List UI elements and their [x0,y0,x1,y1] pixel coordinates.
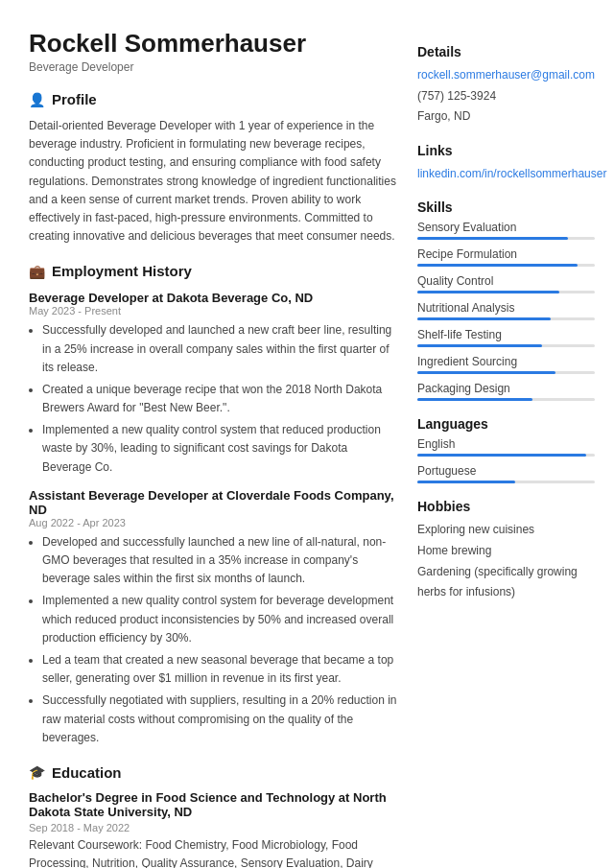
education-section: 🎓 Education Bachelor's Degree in Food Sc… [29,764,398,868]
skill-item: Shelf-life Testing [417,328,595,347]
linkedin-link[interactable]: linkedin.com/in/rockellsommerhauser [417,164,595,185]
details-title: Details [417,44,595,59]
languages-section: Languages English Portuguese [417,416,595,483]
skills-title: Skills [417,199,595,215]
skill-bar-bg [417,237,595,240]
edu-degree: Bachelor's Degree in Food Science and Te… [29,790,398,819]
job-2-title: Assistant Beverage Developer at Cloverda… [29,488,398,517]
email-link[interactable]: rockell.sommerhauser@gmail.com [417,65,595,86]
skill-item: Quality Control [417,274,595,293]
job-1-dates: May 2023 - Present [29,305,398,317]
skills-section: Skills Sensory Evaluation Recipe Formula… [417,199,595,401]
details-section: Details rockell.sommerhauser@gmail.com (… [417,44,595,128]
list-item: Successfully negotiated with suppliers, … [42,692,398,747]
list-item: Created a unique beverage recipe that wo… [42,381,398,417]
education-section-title: 🎓 Education [29,764,398,781]
phone-text: (757) 125-3924 [417,86,595,107]
job-2-dates: Aug 2022 - Apr 2023 [29,517,398,528]
lang-bar-bg [417,454,595,457]
skill-item: Nutritional Analysis [417,301,595,320]
hobby-3: Gardening (specifically growing herbs fo… [417,562,595,603]
job-2: Assistant Beverage Developer at Cloverda… [29,488,398,747]
list-item: Developed and successfully launched a ne… [42,533,398,589]
location-text: Fargo, ND [417,106,595,128]
skill-bar-bg [417,317,595,320]
skill-bar-fill [417,317,551,320]
skill-label: Nutritional Analysis [417,301,595,315]
skill-label: Packaging Design [417,382,595,395]
profile-icon: 👤 [29,92,45,107]
skill-label: Sensory Evaluation [417,221,595,234]
candidate-name: Rockell Sommerhauser [29,29,398,59]
list-item: Led a team that created a new seasonal b… [42,651,398,688]
lang-label: Portuguese [417,464,595,478]
links-title: Links [417,143,595,158]
skill-bar-bg [417,291,595,293]
list-item: Implemented a new quality control system… [42,421,398,477]
skill-bar-fill [417,398,532,401]
hobby-2: Home brewing [417,541,595,562]
skill-bar-fill [417,344,542,347]
skill-label: Ingredient Sourcing [417,355,595,368]
hobby-1: Exploring new cuisines [417,520,595,541]
skill-bar-fill [417,371,555,374]
skill-bar-bg [417,344,595,347]
skill-bar-fill [417,264,578,267]
skill-label: Recipe Formulation [417,247,595,261]
list-item: Implemented a new quality control system… [42,592,398,647]
employment-icon: 💼 [29,264,45,279]
links-section: Links linkedin.com/in/rockellsommerhause… [417,143,595,185]
skill-item: Ingredient Sourcing [417,355,595,374]
job-2-bullets: Developed and successfully launched a ne… [29,533,398,747]
skill-bar-bg [417,398,595,401]
lang-bar-fill [417,454,586,457]
edu-dates: Sep 2018 - May 2022 [29,822,398,833]
education-icon: 🎓 [29,764,45,780]
skill-item: Packaging Design [417,382,595,401]
edu-coursework: Relevant Coursework: Food Chemistry, Foo… [29,836,398,868]
skill-item: Recipe Formulation [417,247,595,267]
lang-bar-bg [417,481,595,483]
profile-text: Detail-oriented Beverage Developer with … [29,117,398,246]
job-1-bullets: Successfully developed and launched a ne… [29,321,398,477]
languages-title: Languages [417,416,595,432]
job-1: Beverage Developer at Dakota Beverage Co… [29,291,398,477]
skill-label: Shelf-life Testing [417,328,595,341]
list-item: Successfully developed and launched a ne… [42,321,398,377]
profile-section: 👤 Profile Detail-oriented Beverage Devel… [29,91,398,246]
skill-bar-fill [417,291,559,293]
skill-item: Sensory Evaluation [417,221,595,240]
lang-item: Portuguese [417,464,595,483]
lang-bar-fill [417,481,515,483]
skill-bar-bg [417,371,595,374]
lang-label: English [417,437,595,451]
skill-label: Quality Control [417,274,595,288]
lang-item: English [417,437,595,457]
candidate-title: Beverage Developer [29,60,398,74]
job-1-title: Beverage Developer at Dakota Beverage Co… [29,291,398,305]
skill-bar-fill [417,237,568,240]
employment-section: 💼 Employment History Beverage Developer … [29,263,398,747]
resume-header: Rockell Sommerhauser Beverage Developer [29,29,398,74]
skill-bar-bg [417,264,595,267]
hobbies-title: Hobbies [417,499,595,514]
profile-section-title: 👤 Profile [29,91,398,107]
employment-section-title: 💼 Employment History [29,263,398,279]
hobbies-section: Hobbies Exploring new cuisines Home brew… [417,499,595,602]
